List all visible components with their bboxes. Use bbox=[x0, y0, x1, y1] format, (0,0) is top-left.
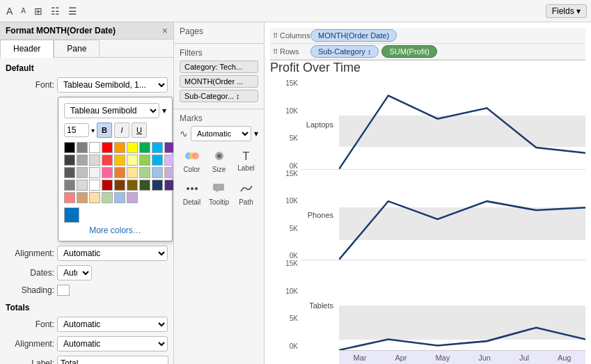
swatch-r2-2[interactable] bbox=[77, 155, 88, 166]
swatch-r5-2[interactable] bbox=[77, 192, 88, 203]
swatch-r3-8[interactable] bbox=[152, 167, 163, 178]
tablets-line-chart bbox=[339, 260, 585, 350]
swatch-r2-8[interactable] bbox=[152, 155, 163, 166]
swatch-r4-8[interactable] bbox=[152, 180, 163, 191]
svg-marker-9 bbox=[216, 191, 218, 193]
marks-label-btn[interactable]: T Label bbox=[234, 147, 258, 177]
totals-align-select[interactable]: Automatic bbox=[57, 336, 168, 351]
swatch-cyan[interactable] bbox=[152, 142, 163, 153]
font-size-down-icon[interactable]: ▾ bbox=[91, 127, 95, 134]
swatch-r4-3[interactable] bbox=[89, 180, 100, 191]
swatch-r5-1[interactable] bbox=[64, 192, 75, 203]
columns-label: ⠿ Columns bbox=[273, 31, 308, 40]
sub-category-chip[interactable]: Sub-Category ↕ bbox=[310, 45, 379, 58]
pages-section: Pages bbox=[174, 22, 264, 44]
format-panel: Format MONTH(Order Date) × Header Pane D… bbox=[0, 22, 174, 364]
totals-font-select[interactable]: Automatic bbox=[57, 317, 168, 332]
alignment-label: Alignment: bbox=[6, 248, 54, 258]
swatch-r3-6[interactable] bbox=[127, 167, 138, 178]
swatch-r4-2[interactable] bbox=[77, 180, 88, 191]
totals-label-input[interactable] bbox=[57, 356, 168, 364]
swatch-gray[interactable] bbox=[77, 142, 88, 153]
italic-button[interactable]: I bbox=[114, 122, 129, 138]
dates-label: Dates: bbox=[6, 268, 54, 278]
swatch-r2-4[interactable] bbox=[102, 155, 113, 166]
swatch-r3-3[interactable] bbox=[89, 167, 100, 178]
font-select[interactable]: Tableau Semibold, 1... bbox=[57, 77, 168, 93]
swatch-r2-3[interactable] bbox=[89, 155, 100, 166]
phones-y-ticks: 15K 10K 5K 0K bbox=[270, 170, 301, 260]
swatch-r3-4[interactable] bbox=[102, 167, 113, 178]
font-name-row: Tableau Semibold ▾ bbox=[64, 103, 166, 118]
swatch-purple[interactable] bbox=[164, 142, 173, 153]
swatch-yellow[interactable] bbox=[127, 142, 138, 153]
swatch-r5-3[interactable] bbox=[89, 192, 100, 203]
marks-size-btn[interactable]: Size bbox=[207, 147, 231, 177]
pane-tab[interactable]: Pane bbox=[54, 40, 100, 57]
filter-chip-2[interactable]: MONTH(Order ... bbox=[180, 75, 258, 88]
swatch-r5-6[interactable] bbox=[127, 192, 138, 203]
grid-icon[interactable]: ⊞ bbox=[32, 4, 45, 18]
swatch-r3-1[interactable] bbox=[64, 167, 75, 178]
close-panel-button[interactable]: × bbox=[162, 25, 168, 36]
swatch-r5-4[interactable] bbox=[102, 192, 113, 203]
alignment-row: Alignment: Automatic bbox=[6, 246, 168, 261]
laptops-chart bbox=[339, 79, 585, 169]
swatch-r2-1[interactable] bbox=[64, 155, 75, 166]
header-tab[interactable]: Header bbox=[0, 40, 54, 58]
marks-label: Marks bbox=[180, 113, 258, 123]
swatch-r5-5[interactable] bbox=[114, 192, 125, 203]
rows-dots-icon: ⠿ bbox=[273, 48, 278, 56]
marks-tooltip-btn[interactable]: Tooltip bbox=[207, 180, 231, 209]
alignment-select[interactable]: Automatic bbox=[57, 246, 168, 261]
swatch-r4-7[interactable] bbox=[139, 180, 150, 191]
font-icon[interactable]: A bbox=[19, 6, 28, 16]
columns-shelf: ⠿ Columns MONTH(Order Date) bbox=[270, 28, 585, 44]
font-size-icon[interactable]: A bbox=[4, 4, 15, 18]
fields-button[interactable]: Fields ▾ bbox=[546, 4, 587, 18]
filter-chip-3[interactable]: Sub-Categor... ↕ bbox=[180, 90, 258, 102]
selected-color-swatch[interactable] bbox=[64, 207, 79, 223]
x-label-aug: Aug bbox=[558, 354, 572, 362]
shading-swatch[interactable] bbox=[57, 285, 70, 296]
swatch-green[interactable] bbox=[139, 142, 150, 153]
swatch-r4-5[interactable] bbox=[114, 180, 125, 191]
swatch-red[interactable] bbox=[102, 142, 113, 153]
swatch-white[interactable] bbox=[89, 142, 100, 153]
marks-section: Marks ∿ Automatic ▾ Color bbox=[174, 109, 264, 214]
dates-select[interactable]: Automatic bbox=[57, 265, 92, 280]
filter-chip-1[interactable]: Category: Tech... bbox=[180, 61, 258, 73]
swatch-r4-1[interactable] bbox=[64, 180, 75, 191]
swatch-black[interactable] bbox=[64, 142, 75, 153]
table-icon[interactable]: ☷ bbox=[49, 4, 62, 18]
marks-color-btn[interactable]: Color bbox=[180, 147, 204, 177]
list-icon[interactable]: ☰ bbox=[66, 4, 79, 18]
swatch-r2-9[interactable] bbox=[164, 155, 173, 166]
swatch-r3-5[interactable] bbox=[114, 167, 125, 178]
marks-detail-btn[interactable]: Detail bbox=[180, 180, 204, 209]
swatch-orange[interactable] bbox=[114, 142, 125, 153]
swatch-r2-7[interactable] bbox=[139, 155, 150, 166]
bold-button[interactable]: B bbox=[97, 122, 112, 138]
font-name-select[interactable]: Tableau Semibold bbox=[64, 103, 159, 118]
swatch-r4-6[interactable] bbox=[127, 180, 138, 191]
swatch-r4-4[interactable] bbox=[102, 180, 113, 191]
swatch-r3-2[interactable] bbox=[77, 167, 88, 178]
svg-point-4 bbox=[217, 154, 221, 158]
swatch-r4-9[interactable] bbox=[164, 180, 173, 191]
swatch-r3-9[interactable] bbox=[164, 167, 173, 178]
font-size-input[interactable] bbox=[64, 123, 89, 137]
underline-button[interactable]: U bbox=[132, 122, 147, 138]
marks-type-select[interactable]: Automatic bbox=[191, 126, 251, 141]
marks-path-btn[interactable]: Path bbox=[234, 180, 258, 209]
more-colors-link[interactable]: More colors… bbox=[64, 225, 166, 235]
columns-chip[interactable]: MONTH(Order Date) bbox=[310, 29, 397, 42]
swatch-r2-6[interactable] bbox=[127, 155, 138, 166]
rows-label: ⠿ Rows bbox=[273, 47, 308, 56]
laptops-line-chart bbox=[339, 79, 585, 169]
phones-row: Phones bbox=[301, 170, 585, 260]
swatch-r3-7[interactable] bbox=[139, 167, 150, 178]
swatch-r2-5[interactable] bbox=[114, 155, 125, 166]
sum-profit-chip[interactable]: SUM(Profit) bbox=[381, 45, 436, 58]
color-icon bbox=[185, 150, 199, 164]
